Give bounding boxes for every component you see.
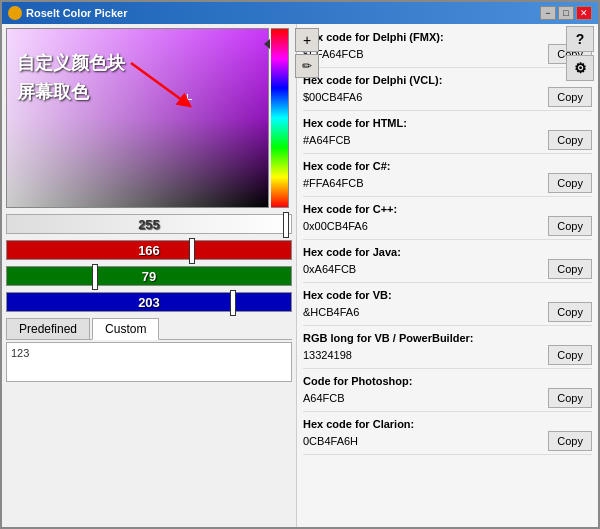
blue-slider-value: 203: [7, 295, 291, 310]
hex-section: Hex code for Delphi (FMX):$FFA64FCBCopyH…: [303, 28, 592, 455]
hex-value: &HCB4FA6: [303, 306, 359, 318]
hex-value-row: 0CB4FA6HCopy: [303, 431, 592, 451]
red-slider-track[interactable]: 166: [6, 240, 292, 260]
left-panel: 自定义颜色块 屏幕取色 + ✏: [2, 24, 297, 527]
copy-button[interactable]: Copy: [548, 345, 592, 365]
hex-item: Hex code for Clarion:0CB4FA6HCopy: [303, 415, 592, 455]
hex-label: Code for Photoshop:: [303, 375, 592, 387]
hex-item: Hex code for Delphi (VCL):$00CB4FA6Copy: [303, 71, 592, 111]
title-controls: − □ ✕: [540, 6, 592, 20]
blue-slider-track[interactable]: 203: [6, 292, 292, 312]
main-window: Roselt Color Picker − □ ✕ 自定义颜色块 屏幕取色: [0, 0, 600, 529]
hex-item: Hex code for C#:#FFA64FCBCopy: [303, 157, 592, 197]
minimize-button[interactable]: −: [540, 6, 556, 20]
white-slider-row: 255: [6, 212, 292, 236]
help-button[interactable]: ?: [566, 26, 594, 52]
color-gradient[interactable]: 自定义颜色块 屏幕取色: [6, 28, 269, 208]
hex-label: Hex code for Delphi (FMX):: [303, 31, 592, 43]
green-slider-track[interactable]: 79: [6, 266, 292, 286]
settings-button[interactable]: ⚙: [566, 55, 594, 81]
hex-value: $00CB4FA6: [303, 91, 362, 103]
blue-slider-row: 203: [6, 290, 292, 314]
hex-label: Hex code for Delphi (VCL):: [303, 74, 592, 86]
title-bar: Roselt Color Picker − □ ✕: [2, 2, 598, 24]
hex-label: Hex code for HTML:: [303, 117, 592, 129]
hex-label: Hex code for Clarion:: [303, 418, 592, 430]
eyedropper-icon: ✏: [302, 59, 312, 73]
hex-value-row: $00CB4FA6Copy: [303, 87, 592, 107]
gradient-white-overlay: [7, 29, 268, 207]
red-slider-thumb[interactable]: [189, 238, 195, 264]
color-swatches[interactable]: 123: [6, 342, 292, 382]
hex-value: 13324198: [303, 349, 352, 361]
tab-predefined[interactable]: Predefined: [6, 318, 90, 339]
copy-button[interactable]: Copy: [548, 388, 592, 408]
hex-label: Hex code for C#:: [303, 160, 592, 172]
hex-item: Hex code for HTML:#A64FCBCopy: [303, 114, 592, 154]
spectrum-bar[interactable]: [271, 28, 289, 208]
hex-label: RGB long for VB / PowerBuilder:: [303, 332, 592, 344]
tabs-row: Predefined Custom: [6, 318, 292, 340]
red-slider-row: 166: [6, 238, 292, 262]
hex-value: 0x00CB4FA6: [303, 220, 368, 232]
add-color-button[interactable]: +: [295, 28, 319, 52]
hex-value-row: 13324198Copy: [303, 345, 592, 365]
copy-button[interactable]: Copy: [548, 302, 592, 322]
hex-value-row: A64FCBCopy: [303, 388, 592, 408]
title-bar-left: Roselt Color Picker: [8, 6, 127, 20]
hex-label: Hex code for C++:: [303, 203, 592, 215]
action-buttons: + ✏: [295, 28, 319, 78]
maximize-button[interactable]: □: [558, 6, 574, 20]
hex-item: Hex code for Java:0xA64FCBCopy: [303, 243, 592, 283]
green-slider-thumb[interactable]: [92, 264, 98, 290]
hex-item: Hex code for Delphi (FMX):$FFA64FCBCopy: [303, 28, 592, 68]
copy-button[interactable]: Copy: [548, 431, 592, 451]
white-slider-value: 255: [7, 217, 291, 232]
eyedropper-button[interactable]: ✏: [295, 54, 319, 78]
window-title: Roselt Color Picker: [26, 7, 127, 19]
app-icon: [8, 6, 22, 20]
green-slider-row: 79: [6, 264, 292, 288]
hex-item: Hex code for VB:&HCB4FA6Copy: [303, 286, 592, 326]
main-content: 自定义颜色块 屏幕取色 + ✏: [2, 24, 598, 527]
red-slider-value: 166: [7, 243, 291, 258]
color-picker-area[interactable]: 自定义颜色块 屏幕取色 + ✏: [6, 28, 289, 208]
copy-button[interactable]: Copy: [548, 173, 592, 193]
white-slider-thumb[interactable]: [283, 212, 289, 238]
close-button[interactable]: ✕: [576, 6, 592, 20]
hex-value: 0xA64FCB: [303, 263, 356, 275]
green-slider-value: 79: [7, 269, 291, 284]
hex-value: A64FCB: [303, 392, 345, 404]
hex-value-row: #FFA64FCBCopy: [303, 173, 592, 193]
hex-value-row: 0x00CB4FA6Copy: [303, 216, 592, 236]
settings-icon: ⚙: [574, 60, 587, 76]
right-panel: ? ⚙ Hex code for Delphi (FMX):$FFA64FCBC…: [297, 24, 598, 527]
hex-value-row: $FFA64FCBCopy: [303, 44, 592, 64]
sliders-section: 255 166 79: [6, 212, 292, 314]
hex-value: #A64FCB: [303, 134, 351, 146]
hex-item: Hex code for C++:0x00CB4FA6Copy: [303, 200, 592, 240]
copy-button[interactable]: Copy: [548, 216, 592, 236]
copy-button[interactable]: Copy: [548, 87, 592, 107]
blue-slider-thumb[interactable]: [230, 290, 236, 316]
top-right-buttons: ? ⚙: [566, 26, 594, 81]
hex-value-row: 0xA64FCBCopy: [303, 259, 592, 279]
swatch-number: 123: [11, 347, 29, 377]
hex-value-row: &HCB4FA6Copy: [303, 302, 592, 322]
hex-label: Hex code for VB:: [303, 289, 592, 301]
hex-item: RGB long for VB / PowerBuilder:13324198C…: [303, 329, 592, 369]
hex-item: Code for Photoshop:A64FCBCopy: [303, 372, 592, 412]
spectrum-indicator: [264, 39, 270, 49]
tab-custom[interactable]: Custom: [92, 318, 159, 340]
copy-button[interactable]: Copy: [548, 259, 592, 279]
copy-button[interactable]: Copy: [548, 130, 592, 150]
white-slider-track[interactable]: 255: [6, 214, 292, 234]
hex-label: Hex code for Java:: [303, 246, 592, 258]
hex-value: #FFA64FCB: [303, 177, 364, 189]
hex-value-row: #A64FCBCopy: [303, 130, 592, 150]
hex-value: 0CB4FA6H: [303, 435, 358, 447]
